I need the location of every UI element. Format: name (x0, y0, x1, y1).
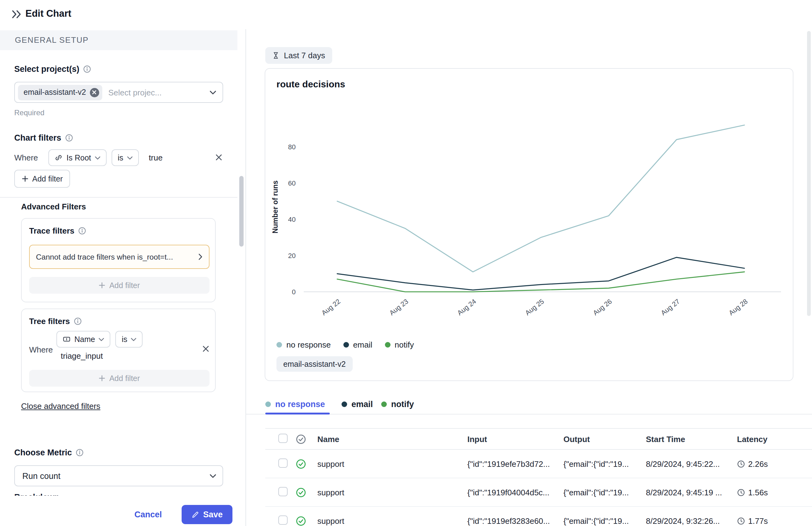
clock-icon (737, 460, 745, 468)
tree-filter-value[interactable]: triage_input (61, 351, 103, 361)
save-label: Save (203, 510, 222, 519)
chevron-down-icon (99, 337, 104, 341)
col-start-time[interactable]: Start Time (646, 434, 685, 443)
legend-label: email (353, 340, 372, 349)
run-name: support (317, 459, 344, 468)
chart-title: route decisions (276, 79, 345, 89)
info-icon[interactable] (78, 227, 86, 235)
svg-text:Aug 27: Aug 27 (659, 297, 681, 317)
pencil-icon (191, 511, 199, 518)
tab-email[interactable]: email (342, 394, 373, 414)
col-latency[interactable]: Latency (737, 434, 767, 443)
edit-chart-screen: Edit Chart GENERAL SETUP Select project(… (0, 0, 812, 526)
line-chart: 020406080Aug 22Aug 23Aug 24Aug 25Aug 26A… (265, 93, 794, 335)
cancel-button[interactable]: Cancel (130, 505, 167, 524)
select-all-checkbox[interactable] (278, 433, 288, 443)
row-checkbox[interactable] (278, 487, 288, 496)
run-output: {"email":{"id":"19... (563, 516, 629, 525)
field-icon (62, 335, 71, 343)
link-icon (55, 154, 63, 162)
legend-label: notify (394, 340, 414, 349)
metric-select[interactable]: Run count (14, 465, 223, 486)
trace-filters-card: Trace filters Cannot add trace filters w… (21, 218, 216, 302)
run-start-time: 8/29/2024, 9:45:19 ... (646, 487, 722, 497)
tab-dot (342, 401, 347, 407)
legend-item[interactable]: email (343, 340, 372, 349)
legend-item[interactable]: no response (276, 340, 331, 349)
add-trace-filter-button[interactable]: Add filter (29, 277, 209, 294)
status-circle-check-icon (296, 434, 306, 444)
remove-tree-filter-icon[interactable] (202, 345, 209, 352)
chart-preview-panel: Last 7 days route decisions 020406080Aug… (246, 29, 812, 526)
table-row[interactable]: support {"id":"1919efe7b3d72... {"email"… (265, 450, 812, 478)
section-title: GENERAL SETUP (0, 30, 237, 50)
filter-field-value: Is Root (67, 154, 91, 162)
legend-label: no response (286, 340, 331, 349)
legend-dot (276, 342, 282, 348)
svg-text:Aug 24: Aug 24 (456, 297, 478, 317)
divider (0, 197, 237, 198)
trace-filter-warning[interactable]: Cannot add trace filters when is_root=t.… (29, 245, 209, 269)
tab-notify[interactable]: notify (381, 394, 414, 414)
remove-project-icon[interactable] (90, 88, 99, 97)
series-tabs: no response email notify (246, 394, 812, 414)
filter-field-dropdown[interactable]: Is Root (49, 149, 106, 166)
svg-text:0: 0 (292, 288, 296, 296)
info-icon[interactable] (74, 317, 82, 325)
general-setup-panel: GENERAL SETUP Select project(s) email-as… (0, 29, 246, 526)
tree-filter-field-dropdown[interactable]: Name (56, 331, 111, 348)
row-checkbox[interactable] (278, 458, 288, 467)
run-output: {"email":{"id":"19... (563, 459, 629, 468)
col-name[interactable]: Name (317, 434, 339, 443)
main-scrollbar[interactable] (807, 31, 811, 316)
add-chart-filter-button[interactable]: Add filter (14, 170, 70, 188)
svg-text:60: 60 (288, 179, 296, 187)
sidebar-footer: Cancel Save (0, 496, 245, 526)
page-title: Edit Chart (25, 8, 71, 19)
close-advanced-filters-link[interactable]: Close advanced filters (21, 401, 100, 411)
run-output: {"email":{"id":"19... (563, 487, 629, 497)
tab-dot (265, 401, 271, 407)
legend-dot (385, 342, 390, 348)
clock-icon (737, 488, 745, 496)
success-circle-check-icon (296, 458, 306, 469)
project-select[interactable]: email-assistant-v2 Select projec... (14, 82, 223, 103)
info-icon[interactable] (76, 449, 84, 457)
run-start-time: 8/29/2024, 9:45:22... (646, 459, 720, 468)
row-checkbox[interactable] (278, 515, 288, 524)
latency-value: 2.26s (748, 459, 768, 468)
info-icon[interactable] (65, 134, 73, 142)
run-name: support (317, 487, 344, 497)
advanced-filters-title: Advanced Filters (21, 202, 86, 211)
table-row[interactable]: support {"id":"1919f04004d5c... {"email"… (265, 478, 812, 507)
tab-no-response[interactable]: no response (265, 394, 325, 414)
info-icon[interactable] (83, 65, 91, 73)
svg-text:Aug 28: Aug 28 (727, 297, 749, 317)
table-row[interactable]: support {"id":"1919ef3283e60... {"email"… (265, 507, 812, 526)
chevron-down-icon (127, 156, 133, 160)
add-filter-label: Add filter (110, 281, 140, 290)
remove-filter-icon[interactable] (215, 154, 222, 161)
run-latency: 1.56s (737, 487, 768, 497)
add-tree-filter-button[interactable]: Add filter (29, 370, 209, 386)
filter-value[interactable]: true (149, 153, 163, 162)
run-latency: 1.77s (737, 516, 768, 525)
save-button[interactable]: Save (182, 505, 232, 524)
add-filter-label: Add filter (32, 174, 63, 183)
tree-filter-operator-dropdown[interactable]: is (116, 331, 143, 348)
double-chevron-right-icon[interactable] (11, 9, 22, 19)
hourglass-icon (272, 52, 279, 59)
filter-operator-dropdown[interactable]: is (112, 149, 139, 166)
where-label: Where (29, 345, 53, 354)
runs-table: Name Input Output Start Time Latency sup… (265, 428, 812, 526)
time-range-chip[interactable]: Last 7 days (265, 47, 332, 64)
project-tag-label: email-assistant-v2 (24, 88, 86, 97)
chevron-down-icon (131, 337, 137, 341)
sidebar-scrollbar[interactable] (239, 176, 244, 247)
svg-text:Number of runs: Number of runs (271, 180, 279, 233)
chart-filters-label: Chart filters (14, 133, 61, 143)
legend-item[interactable]: notify (385, 340, 414, 349)
project-chip: email-assistant-v2 (276, 356, 352, 372)
col-output[interactable]: Output (563, 434, 590, 443)
col-input[interactable]: Input (467, 434, 487, 443)
